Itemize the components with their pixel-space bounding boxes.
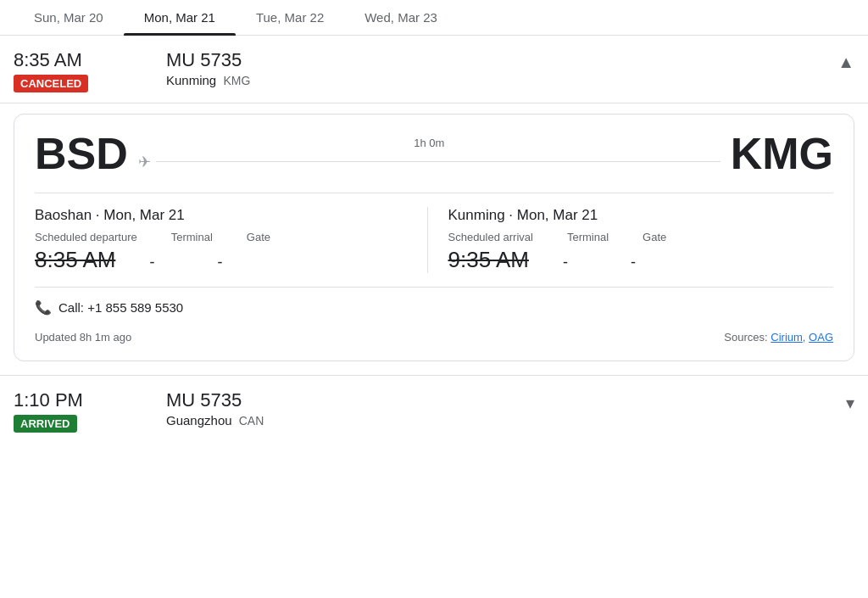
arrival-labels: Scheduled arrival Terminal Gate: [448, 231, 834, 243]
source-oag[interactable]: OAG: [809, 331, 833, 344]
flight-2-left: 1:10 PM ARRIVED: [14, 389, 166, 433]
arrival-time: 9:35 AM: [448, 247, 529, 273]
flight-1-number: MU 5735: [166, 49, 831, 71]
flight-1-time: 8:35 AM: [14, 49, 166, 71]
duration-label: 1h 0m: [414, 137, 444, 149]
flight-1-chevron[interactable]: ▲: [831, 53, 854, 72]
departure-time: 8:35 AM: [35, 247, 115, 273]
tab-mon-mar-21[interactable]: Mon, Mar 21: [124, 0, 236, 35]
departure-label: Scheduled departure: [35, 231, 137, 243]
route-middle: 1h 0m ✈: [128, 137, 731, 171]
terminal-label-arr: Terminal: [567, 231, 609, 243]
status-badge-arrived: ARRIVED: [14, 415, 77, 433]
arrival-values: 9:35 AM - -: [448, 247, 834, 273]
departure-values: 8:35 AM - -: [35, 247, 420, 273]
terminal-label-dep: Terminal: [171, 231, 213, 243]
flight-2-number: MU 5735: [166, 389, 839, 411]
route-display: BSD 1h 0m ✈ KMG: [35, 131, 833, 176]
dest-city: Kunming · Mon, Mar 21: [448, 207, 834, 224]
flight-1-info: MU 5735 Kunming KMG: [166, 49, 831, 87]
flight-1-left: 8:35 AM CANCELED: [14, 49, 166, 92]
sources: Sources: Cirium, OAG: [724, 331, 833, 344]
tab-wed-mar-23[interactable]: Wed, Mar 23: [344, 0, 458, 35]
card-footer: Updated 8h 1m ago Sources: Cirium, OAG: [35, 331, 833, 344]
tab-tue-mar-22[interactable]: Tue, Mar 22: [236, 0, 344, 35]
origin-code: BSD: [35, 131, 128, 176]
flight-2-route: Guangzhou CAN: [166, 413, 839, 428]
arrival-terminal: -: [563, 254, 597, 271]
phone-icon: 📞: [35, 299, 52, 316]
gate-label-arr: Gate: [643, 231, 666, 243]
route-line-container: ✈: [138, 153, 721, 171]
updated-text: Updated 8h 1m ago: [35, 331, 131, 344]
plane-icon: ✈: [138, 153, 151, 171]
dest-code: KMG: [731, 131, 833, 176]
departure-gate: -: [217, 254, 251, 271]
origin-detail: Baoshan · Mon, Mar 21 Scheduled departur…: [35, 207, 420, 273]
origin-city: Baoshan · Mon, Mar 21: [35, 207, 420, 224]
arrival-gate: -: [631, 254, 665, 271]
arrival-label: Scheduled arrival: [448, 231, 533, 243]
date-tabs: Sun, Mar 20 Mon, Mar 21 Tue, Mar 22 Wed,…: [0, 0, 868, 36]
source-cirium[interactable]: Cirium: [771, 331, 803, 344]
call-section: 📞 Call: +1 855 589 5530: [35, 287, 833, 319]
flight-details: Baoshan · Mon, Mar 21 Scheduled departur…: [35, 193, 833, 273]
flight-2-time: 1:10 PM: [14, 389, 166, 411]
status-badge-canceled: CANCELED: [14, 75, 88, 92]
departure-terminal: -: [149, 254, 183, 271]
flight-2-header[interactable]: 1:10 PM ARRIVED MU 5735 Guangzhou CAN ▾: [0, 375, 868, 446]
flight-2-info: MU 5735 Guangzhou CAN: [166, 389, 839, 428]
tab-sun-mar-20[interactable]: Sun, Mar 20: [14, 0, 124, 35]
flight-1-card: BSD 1h 0m ✈ KMG Baoshan · Mon, Mar 21 Sc…: [14, 114, 854, 361]
dest-detail: Kunming · Mon, Mar 21 Scheduled arrival …: [427, 207, 834, 273]
flight-2-chevron[interactable]: ▾: [839, 393, 854, 413]
flight-1-header[interactable]: 8:35 AM CANCELED MU 5735 Kunming KMG ▲: [0, 36, 868, 103]
flight-1-route: Kunming KMG: [166, 73, 831, 87]
call-text: Call: +1 855 589 5530: [58, 300, 183, 315]
route-line: [156, 161, 721, 162]
departure-labels: Scheduled departure Terminal Gate: [35, 231, 420, 243]
gate-label-dep: Gate: [247, 231, 270, 243]
